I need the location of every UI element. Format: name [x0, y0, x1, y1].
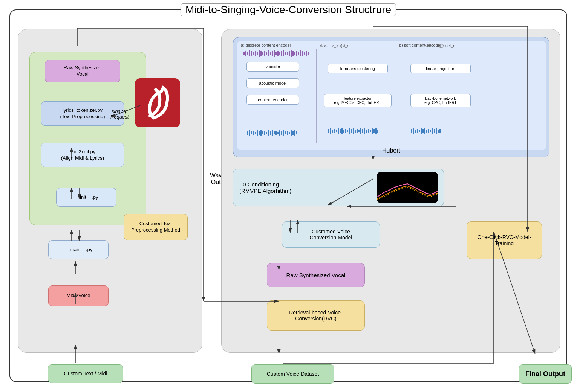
svg-rect-63 — [330, 128, 331, 134]
svg-rect-16 — [274, 50, 275, 57]
svg-rect-88 — [377, 130, 378, 133]
svg-rect-21 — [283, 50, 284, 56]
svg-rect-101 — [434, 129, 435, 133]
svg-rect-98 — [428, 129, 429, 133]
svg-rect-25 — [291, 50, 292, 57]
svg-rect-95 — [422, 129, 424, 133]
svg-rect-0 — [243, 52, 245, 55]
one-click-box: One-Click-RVC-Model- Training — [467, 221, 542, 259]
svg-rect-30 — [300, 50, 301, 56]
svg-rect-56 — [287, 131, 288, 135]
backbone-box: backbone network e.g. CPC, HuBERT — [410, 94, 471, 107]
main-title: Midi-to-Singing-Voice-Conversion Structr… — [181, 3, 396, 16]
svg-rect-85 — [372, 128, 373, 134]
svg-rect-22 — [285, 52, 286, 55]
tokens-top: d₁ d₂ ··· d_{t-1} d_t d'₁ d'₂ ··· d'_{t-… — [320, 44, 454, 48]
svg-rect-14 — [270, 52, 271, 55]
init-py-node: __init__.py — [56, 188, 116, 207]
svg-rect-8 — [259, 50, 260, 57]
custom-voice-dataset: Custom Voice Dataset — [251, 364, 334, 384]
svg-rect-45 — [266, 132, 267, 134]
midi2xml-node: midi2xml.py (Align Midi & Lyrics) — [41, 143, 124, 167]
svg-rect-49 — [274, 131, 275, 134]
svg-rect-39 — [255, 132, 256, 134]
svg-rect-68 — [340, 129, 341, 133]
content-encoder-box: content encoder — [246, 95, 299, 105]
svg-rect-61 — [296, 131, 297, 134]
svg-rect-99 — [430, 130, 431, 132]
svg-rect-50 — [275, 131, 277, 135]
svg-rect-3 — [249, 50, 250, 56]
svg-rect-105 — [377, 172, 438, 203]
hubert-title: Hubert — [233, 147, 549, 154]
svg-rect-80 — [362, 129, 363, 133]
svg-rect-51 — [277, 132, 279, 134]
svg-rect-102 — [436, 128, 437, 134]
svg-rect-38 — [253, 131, 254, 135]
svg-rect-78 — [358, 130, 360, 132]
svg-rect-96 — [424, 128, 425, 134]
svg-rect-12 — [266, 52, 267, 55]
svg-rect-1 — [245, 51, 246, 56]
linear-proj-box: linear projection — [410, 64, 471, 73]
svg-rect-52 — [279, 130, 280, 136]
svg-rect-93 — [419, 130, 420, 132]
svg-rect-76 — [355, 130, 356, 133]
svg-rect-34 — [308, 52, 309, 55]
svg-rect-6 — [255, 51, 256, 56]
svg-rect-35 — [247, 131, 248, 135]
svg-rect-58 — [291, 130, 292, 136]
svg-rect-59 — [292, 131, 294, 135]
customed-text-node: Customed Text Preprocessing Method — [124, 214, 188, 240]
svg-rect-44 — [264, 131, 265, 135]
svg-rect-31 — [302, 51, 303, 56]
svg-rect-28 — [296, 51, 297, 56]
svg-rect-54 — [283, 130, 284, 136]
hubert-inner: a) discrete content encoder b) soft cont… — [237, 41, 546, 150]
svg-rect-75 — [353, 128, 354, 134]
svg-rect-60 — [294, 130, 295, 136]
svg-rect-15 — [272, 51, 273, 56]
svg-rect-18 — [277, 51, 279, 56]
svg-rect-84 — [370, 130, 371, 132]
svg-rect-57 — [289, 132, 290, 134]
k-means-box: k-means clustering — [328, 64, 388, 73]
svg-rect-70 — [343, 130, 344, 133]
waveform-top-left — [243, 49, 311, 58]
svg-rect-65 — [334, 129, 335, 133]
svg-rect-87 — [375, 128, 377, 134]
svg-rect-55 — [285, 131, 286, 134]
svg-rect-69 — [341, 128, 343, 134]
midi2voice-node: Midi2Voice — [48, 285, 109, 306]
svg-rect-86 — [373, 129, 375, 133]
svg-rect-97 — [426, 130, 427, 133]
svg-rect-67 — [338, 128, 339, 134]
waveform-center — [328, 128, 388, 134]
svg-rect-23 — [287, 52, 288, 55]
custom-text-midi: Custom Text / Midi — [48, 364, 123, 383]
svg-rect-53 — [281, 131, 282, 135]
svg-rect-62 — [328, 129, 329, 133]
left-col-boxes: vocoder acoustic model content encoder — [246, 62, 299, 105]
wav-out-label: Wav Out — [210, 172, 222, 186]
svg-rect-46 — [268, 130, 269, 136]
vocoder-box: vocoder — [246, 62, 299, 72]
svg-rect-103 — [438, 130, 439, 133]
section-a-label: a) discrete content encoder — [241, 43, 291, 47]
svg-rect-33 — [306, 51, 307, 56]
svg-rect-24 — [289, 51, 290, 56]
green-box: Raw Synthesized Vocal lyrics_tokenizer.p… — [29, 52, 146, 225]
svg-rect-42 — [260, 130, 262, 136]
raw-synth-vocal-node: Raw Synthesized Vocal — [45, 60, 120, 82]
main-py-node: __main__.py — [48, 240, 109, 259]
svg-rect-83 — [368, 129, 369, 133]
svg-rect-64 — [332, 130, 333, 133]
left-panel: Raw Synthesized Vocal lyrics_tokenizer.p… — [18, 29, 202, 353]
svg-rect-81 — [364, 128, 365, 134]
svg-rect-37 — [251, 131, 252, 134]
svg-rect-66 — [336, 130, 337, 132]
svg-rect-47 — [270, 131, 271, 135]
rsv-right-node: Raw Synthesized Vocal — [267, 263, 365, 287]
svg-rect-91 — [415, 130, 416, 133]
vc-model-box: Customed Voice Conversion Model — [282, 221, 380, 248]
